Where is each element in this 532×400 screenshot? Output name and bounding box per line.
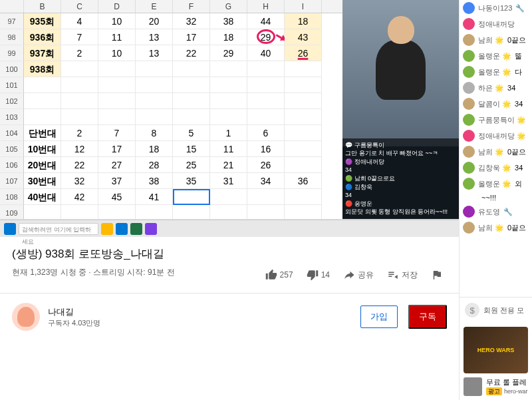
row-label-cell[interactable]: 단번대 bbox=[24, 125, 61, 141]
sheet-cell[interactable]: 37 bbox=[98, 173, 136, 189]
row-header[interactable]: 100 bbox=[0, 61, 24, 77]
sheet-cell[interactable]: 32 bbox=[173, 13, 210, 29]
sheet-cell[interactable] bbox=[173, 189, 210, 205]
sheet-cell[interactable] bbox=[98, 61, 136, 77]
sheet-cell[interactable]: 2 bbox=[61, 45, 98, 61]
sheet-cell[interactable]: 8 bbox=[136, 125, 173, 141]
sheet-cell[interactable] bbox=[98, 205, 136, 219]
col-header[interactable]: G bbox=[210, 0, 247, 13]
col-header[interactable]: F bbox=[173, 0, 210, 13]
sheet-cell[interactable]: 6 bbox=[247, 125, 285, 141]
sheet-cell[interactable] bbox=[61, 205, 98, 219]
sheet-cell[interactable] bbox=[285, 109, 322, 125]
sheet-cell[interactable] bbox=[61, 109, 98, 125]
row-label-cell[interactable] bbox=[24, 109, 61, 125]
sheet-cell[interactable]: 42 bbox=[61, 189, 98, 205]
sheet-cell[interactable] bbox=[285, 189, 322, 205]
sheet-cell[interactable]: 18 bbox=[285, 13, 322, 29]
sheet-cell[interactable] bbox=[173, 77, 210, 93]
sheet-cell[interactable]: 32 bbox=[61, 173, 98, 189]
sheet-cell[interactable] bbox=[98, 109, 136, 125]
sheet-cell[interactable]: 16 bbox=[247, 141, 285, 157]
sheet-cell[interactable]: 26 bbox=[247, 157, 285, 173]
sheet-cell[interactable] bbox=[136, 93, 173, 109]
sheet-cell[interactable]: 7 bbox=[61, 29, 98, 45]
sheet-cell[interactable]: 5 bbox=[173, 125, 210, 141]
row-label-cell[interactable] bbox=[24, 205, 61, 219]
col-header[interactable]: H bbox=[247, 0, 285, 13]
sheet-cell[interactable] bbox=[61, 61, 98, 77]
sheet-cell[interactable] bbox=[210, 77, 247, 93]
sheet-cell[interactable] bbox=[247, 77, 285, 93]
sheet-cell[interactable] bbox=[136, 205, 173, 219]
sheet-cell[interactable]: 28 bbox=[136, 157, 173, 173]
row-header[interactable]: 103 bbox=[0, 109, 24, 125]
row-header[interactable]: 105 bbox=[0, 141, 24, 157]
ad-banner[interactable]: HERO WARS bbox=[464, 327, 528, 373]
sheet-cell[interactable] bbox=[210, 109, 247, 125]
row-header[interactable]: 104 bbox=[0, 125, 24, 141]
channel-name[interactable]: 나대길 bbox=[48, 306, 352, 318]
sheet-cell[interactable] bbox=[136, 61, 173, 77]
app-icon[interactable] bbox=[145, 223, 157, 235]
sheet-cell[interactable]: 25 bbox=[173, 157, 210, 173]
col-header[interactable]: D bbox=[98, 0, 136, 13]
sheet-cell[interactable]: 41 bbox=[136, 189, 173, 205]
sheet-cell[interactable] bbox=[173, 93, 210, 109]
col-header[interactable]: B bbox=[24, 0, 61, 13]
chat-list[interactable]: 나동이123🔧정애내꺼당남희 🌟0끝으올랭운 🌟뚤올랭운 🌟다하은 🌟34달콤이… bbox=[460, 0, 532, 297]
sheet-cell[interactable]: 17 bbox=[173, 29, 210, 45]
sheet-cell[interactable] bbox=[210, 205, 247, 219]
channel-avatar[interactable] bbox=[12, 303, 40, 331]
ad-text-row[interactable]: 무료 롤 플레 광고hero-war bbox=[464, 377, 528, 396]
sheet-cell[interactable]: 1 bbox=[210, 125, 247, 141]
sheet-cell[interactable]: 34 bbox=[247, 173, 285, 189]
sheet-cell[interactable] bbox=[285, 125, 322, 141]
row-label-cell[interactable]: 938회 bbox=[24, 61, 61, 77]
sheet-cell[interactable] bbox=[61, 93, 98, 109]
sheet-cell[interactable]: 17 bbox=[98, 141, 136, 157]
sheet-cell[interactable]: 18 bbox=[136, 141, 173, 157]
sheet-cell[interactable]: 31 bbox=[210, 173, 247, 189]
row-header[interactable]: 101 bbox=[0, 77, 24, 93]
sheet-cell[interactable] bbox=[285, 77, 322, 93]
sheet-cell[interactable] bbox=[247, 93, 285, 109]
sheet-cell[interactable] bbox=[136, 77, 173, 93]
sheet-cell[interactable]: 36 bbox=[285, 173, 322, 189]
members-banner[interactable]: $ 회원 전용 모 bbox=[460, 297, 532, 323]
sheet-cell[interactable]: 18 bbox=[210, 29, 247, 45]
row-header[interactable]: 98 bbox=[0, 29, 24, 45]
share-button[interactable]: 공유 bbox=[339, 266, 378, 284]
sheet-cell[interactable] bbox=[136, 109, 173, 125]
sheet-cell[interactable] bbox=[173, 61, 210, 77]
sheet-cell[interactable]: 35 bbox=[173, 173, 210, 189]
sheet-cell[interactable]: 27 bbox=[98, 157, 136, 173]
col-header[interactable]: I bbox=[285, 0, 322, 13]
row-header[interactable]: 107 bbox=[0, 173, 24, 189]
sheet-cell[interactable]: 7 bbox=[98, 125, 136, 141]
sheet-cell[interactable]: 22 bbox=[61, 157, 98, 173]
sheet-cell[interactable]: 11 bbox=[98, 29, 136, 45]
sheet-cell[interactable] bbox=[210, 61, 247, 77]
sheet-cell[interactable] bbox=[210, 93, 247, 109]
sheet-cell[interactable] bbox=[98, 93, 136, 109]
sheet-cell[interactable] bbox=[285, 61, 322, 77]
sheet-cell[interactable]: 13 bbox=[136, 29, 173, 45]
sheet-cell[interactable]: 38 bbox=[210, 13, 247, 29]
start-icon[interactable] bbox=[4, 223, 16, 235]
row-header[interactable]: 106 bbox=[0, 157, 24, 173]
sheet-cell[interactable] bbox=[247, 61, 285, 77]
row-header[interactable]: 109 bbox=[0, 205, 24, 219]
sheet-cell[interactable] bbox=[285, 141, 322, 157]
sheet-cell[interactable]: 44 bbox=[247, 13, 285, 29]
sheet-cell[interactable] bbox=[98, 77, 136, 93]
taskbar-search[interactable]: 검색하려면 여기에 입력하세요 bbox=[19, 223, 98, 235]
sheet-cell[interactable]: 10 bbox=[98, 45, 136, 61]
sheet-cell[interactable]: 29 bbox=[210, 45, 247, 61]
sheet-cell[interactable]: 43 bbox=[285, 29, 322, 45]
sheet-cell[interactable] bbox=[210, 189, 247, 205]
sheet-cell[interactable] bbox=[61, 77, 98, 93]
edge-icon[interactable] bbox=[116, 223, 128, 235]
excel-icon[interactable] bbox=[130, 223, 142, 235]
sheet-cell[interactable] bbox=[247, 205, 285, 219]
